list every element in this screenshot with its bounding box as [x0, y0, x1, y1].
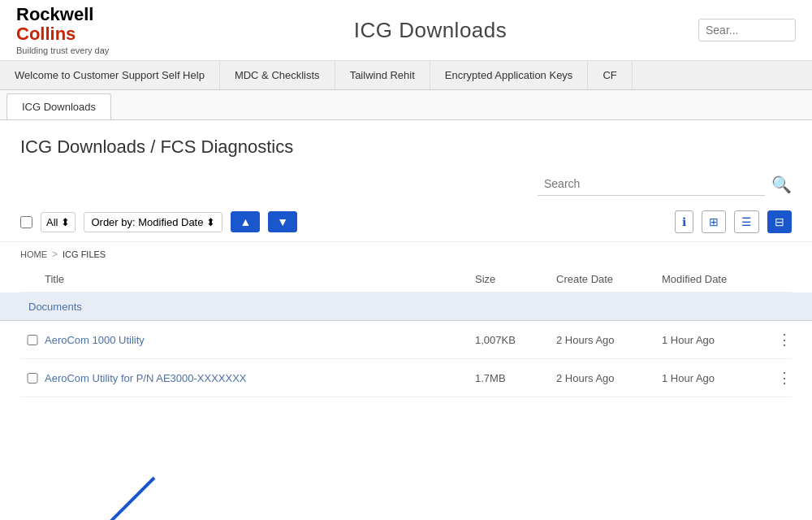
sort-asc-icon: ▲ — [240, 215, 251, 228]
sort-desc-button[interactable]: ▼ — [268, 211, 297, 232]
nav-item-cf[interactable]: CF — [588, 61, 632, 89]
content-area: ICG Downloads / FCS Diagnostics 🔍 All ⬍ … — [0, 120, 812, 397]
sort-asc-button[interactable]: ▲ — [231, 211, 260, 232]
view-grid-sm-button[interactable]: ⊞ — [702, 210, 726, 233]
view-grid-lg-button[interactable]: ⊟ — [767, 210, 792, 233]
info-icon: ℹ — [682, 215, 686, 228]
col-modified-date: Modified Date — [662, 273, 767, 285]
file-modified-date-2: 1 Hour Ago — [662, 372, 767, 384]
nav-item-icg-downloads[interactable]: ICG Downloads — [6, 93, 111, 119]
logo: RockwellCollins — [16, 5, 162, 44]
file-title-2[interactable]: AeroCom Utility for P/N AE3000-XXXXXXX — [45, 372, 475, 384]
search-button[interactable]: 🔍 — [771, 175, 792, 194]
file-list: Title Size Create Date Modified Date Doc… — [0, 266, 812, 397]
nav-bar-row2: ICG Downloads — [0, 90, 812, 120]
grid-sm-icon: ⊞ — [709, 215, 719, 228]
order-chevron: ⬍ — [206, 216, 215, 228]
file-title-1[interactable]: AeroCom 1000 Utility — [45, 334, 475, 346]
breadcrumb: HOME > ICG FILES — [0, 242, 812, 266]
nav-item-encrypted[interactable]: Encrypted Application Keys — [430, 61, 589, 89]
nav-item-tailwind[interactable]: Tailwind Rehit — [335, 61, 430, 89]
sort-desc-icon: ▼ — [277, 215, 288, 228]
col-title: Title — [45, 273, 475, 285]
section-title-documents: Documents — [28, 301, 82, 313]
grid-lg-icon: ⊟ — [775, 215, 784, 228]
page-main-title: ICG Downloads — [162, 18, 698, 43]
nav-item-mdc[interactable]: MDC & Checklists — [220, 61, 335, 89]
file-list-header: Title Size Create Date Modified Date — [20, 266, 792, 292]
file-size-2: 1.7MB — [475, 372, 556, 384]
breadcrumb-home[interactable]: HOME — [20, 249, 47, 259]
nav-bar: Welcome to Customer Support Self Help MD… — [0, 61, 812, 90]
select-all-checkbox[interactable] — [20, 216, 32, 228]
file-create-date-2: 2 Hours Ago — [556, 372, 662, 384]
logo-area: RockwellCollins Building trust every day — [16, 5, 162, 55]
col-create-date: Create Date — [556, 273, 662, 285]
file-menu-2[interactable]: ⋮ — [767, 369, 792, 387]
view-info-button[interactable]: ℹ — [675, 210, 693, 233]
file-size-1: 1,007KB — [475, 334, 556, 346]
search-icon: 🔍 — [771, 176, 792, 193]
all-select-label: All — [46, 216, 58, 228]
view-list-button[interactable]: ☰ — [734, 210, 759, 233]
col-size: Size — [475, 273, 556, 285]
file-checkbox-2[interactable] — [20, 373, 45, 384]
order-dropdown[interactable]: Order by: Modified Date ⬍ — [84, 212, 222, 232]
logo-tagline: Building trust every day — [16, 46, 162, 55]
table-row: AeroCom 1000 Utility 1,007KB 2 Hours Ago… — [20, 321, 792, 359]
file-create-date-1: 2 Hours Ago — [556, 334, 662, 346]
file-modified-date-1: 1 Hour Ago — [662, 334, 767, 346]
svg-line-1 — [97, 478, 154, 520]
file-checkbox-1[interactable] — [20, 335, 45, 345]
order-label: Order by: Modified Date — [91, 216, 203, 228]
header-search-input[interactable] — [698, 19, 796, 41]
page-title: ICG Downloads / FCS Diagnostics — [20, 136, 792, 158]
page-title-area: ICG Downloads / FCS Diagnostics — [0, 120, 812, 166]
all-select-dropdown[interactable]: All ⬍ — [41, 212, 76, 232]
list-icon: ☰ — [741, 215, 752, 228]
search-area: 🔍 — [0, 166, 812, 202]
section-header-documents: Documents — [0, 292, 812, 321]
file-menu-1[interactable]: ⋮ — [767, 331, 792, 349]
search-input[interactable] — [538, 172, 765, 196]
toolbar: All ⬍ Order by: Modified Date ⬍ ▲ ▼ ℹ ⊞ … — [0, 202, 812, 242]
breadcrumb-current: ICG FILES — [63, 249, 106, 259]
annotation-arrow — [89, 470, 252, 520]
breadcrumb-separator: > — [52, 249, 58, 260]
nav-item-welcome[interactable]: Welcome to Customer Support Self Help — [0, 61, 220, 89]
all-select-chevron: ⬍ — [61, 216, 70, 228]
header: RockwellCollins Building trust every day… — [0, 0, 812, 61]
table-row: AeroCom Utility for P/N AE3000-XXXXXXX 1… — [20, 359, 792, 397]
